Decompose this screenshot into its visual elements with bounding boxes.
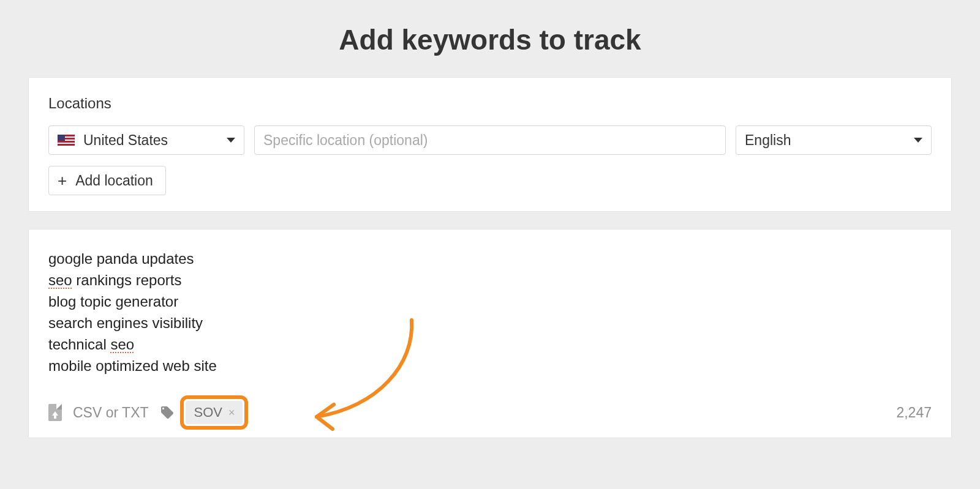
chevron-down-icon — [227, 138, 235, 143]
locations-label: Locations — [48, 95, 932, 112]
keywords-textarea[interactable]: google panda updatesseo rankings reports… — [48, 248, 932, 376]
flag-us-icon — [58, 135, 75, 146]
upload-label[interactable]: CSV or TXT — [73, 405, 149, 421]
tag-chip-wrap: SOV × — [186, 401, 243, 424]
country-value: United States — [83, 132, 168, 149]
add-location-button[interactable]: + Add location — [48, 166, 166, 195]
tag-icon[interactable] — [160, 405, 175, 420]
keyword-line: seo rankings reports — [48, 269, 932, 291]
language-value: English — [745, 132, 791, 149]
tag-chip[interactable]: SOV × — [186, 401, 243, 424]
keyword-line: technical seo — [48, 334, 932, 355]
tag-remove-icon[interactable]: × — [228, 406, 235, 419]
keyword-line: mobile optimized web site — [48, 355, 932, 376]
tag-chip-label: SOV — [194, 405, 222, 420]
language-select[interactable]: English — [736, 125, 932, 155]
upload-file-icon[interactable] — [48, 404, 62, 421]
keyword-line: search engines visibility — [48, 312, 932, 334]
plus-icon: + — [58, 173, 67, 189]
locations-panel: Locations United States Specific locatio… — [28, 77, 952, 212]
page-title: Add keywords to track — [0, 0, 980, 77]
keyword-line: google panda updates — [48, 248, 932, 269]
keyword-line: blog topic generator — [48, 291, 932, 312]
country-select[interactable]: United States — [48, 125, 244, 155]
keywords-footer: CSV or TXT SOV × 2,247 — [48, 401, 932, 424]
specific-location-input[interactable]: Specific location (optional) — [254, 125, 726, 155]
add-location-label: Add location — [75, 173, 153, 189]
locations-row: United States Specific location (optiona… — [48, 125, 932, 155]
chevron-down-icon — [914, 138, 922, 143]
char-counter: 2,247 — [896, 405, 932, 421]
keywords-panel: google panda updatesseo rankings reports… — [28, 229, 952, 438]
